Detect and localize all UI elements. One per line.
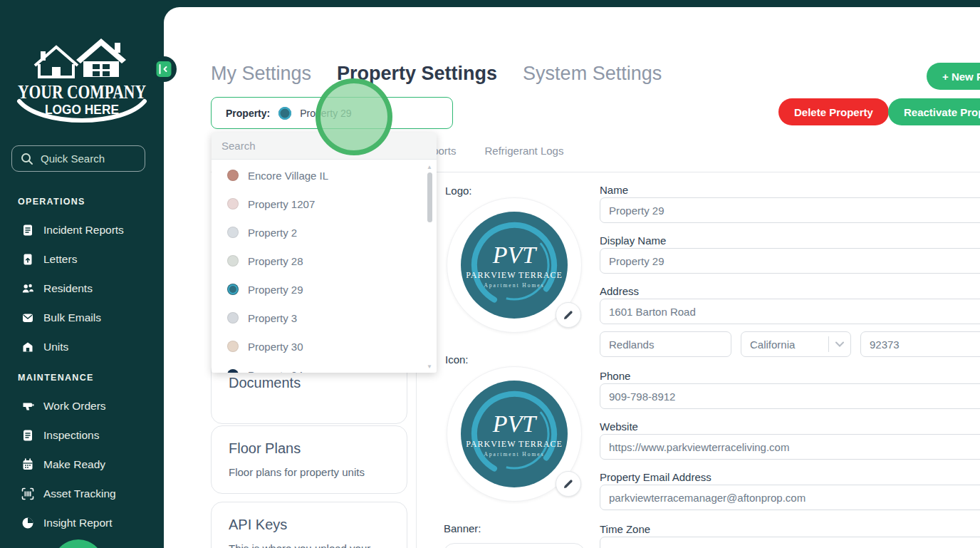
zip-field[interactable] — [860, 331, 980, 357]
dropdown-item-label: Property 28 — [248, 255, 303, 267]
api-keys-card[interactable]: API Keys This is where you upload your — [211, 502, 407, 548]
property-thumb-icon — [227, 227, 239, 238]
sidebar: YOUR COMPANY LOGO HERE OPERATIONS Incide… — [0, 0, 164, 548]
address-field[interactable] — [600, 299, 980, 324]
dropdown-item-property-28[interactable]: Property 28 — [212, 247, 437, 275]
property-email-label: Property Email Address — [600, 471, 711, 483]
dropdown-item-property-34[interactable]: Property 34 — [212, 361, 437, 373]
scrollbar-thumb[interactable] — [427, 172, 432, 222]
search-icon — [21, 152, 33, 165]
selected-property-icon — [278, 107, 291, 120]
tab-property-settings[interactable]: Property Settings — [337, 63, 497, 85]
brand-tagline: Apartment Homes — [484, 282, 544, 289]
dropdown-item-label: Property 34 — [248, 369, 303, 373]
chart-icon — [21, 517, 34, 529]
icon-field-label: Icon: — [445, 353, 469, 366]
sidebar-item-inspections[interactable]: Inspections — [21, 428, 99, 443]
sidebar-item-make-ready[interactable]: Make Ready — [21, 457, 105, 472]
sidebar-item-units[interactable]: Units — [21, 339, 68, 355]
property-thumb-icon — [227, 255, 239, 267]
sidebar-item-incident-reports[interactable]: Incident Reports — [21, 222, 124, 238]
card-subtitle: This is where you upload your — [229, 542, 390, 548]
property-subtabs: Reports Refrigerant Logs — [419, 145, 563, 157]
edit-icon-button[interactable] — [556, 471, 581, 497]
dropdown-item-label: Encore Village IL — [248, 170, 328, 182]
dropdown-item-property-29[interactable]: Property 29 — [212, 275, 437, 304]
edit-logo-button[interactable] — [556, 302, 581, 328]
phone-field[interactable] — [600, 383, 980, 409]
residents-icon — [21, 282, 34, 295]
sidebar-item-label: Incident Reports — [43, 224, 124, 237]
dropdown-item-property-3[interactable]: Property 3 — [212, 304, 437, 332]
card-subtitle: Floor plans for property units — [229, 466, 390, 478]
tab-system-settings[interactable]: System Settings — [523, 63, 662, 85]
dropdown-item-label: Property 1207 — [248, 198, 315, 210]
name-field[interactable] — [600, 197, 980, 223]
property-selector-label: Property: — [226, 108, 270, 119]
sidebar-item-label: Residents — [43, 282, 93, 295]
new-property-button[interactable]: + New Property — [927, 63, 980, 90]
reactivate-property-button[interactable]: Reactivate Property — [888, 98, 980, 125]
settings-tabs: My Settings Property Settings System Set… — [211, 63, 662, 85]
dropdown-search[interactable] — [212, 133, 437, 160]
scroll-up-arrow[interactable]: ▲ — [427, 164, 432, 170]
timezone-select[interactable] — [600, 537, 980, 548]
sidebar-item-work-orders[interactable]: Work Orders — [21, 398, 106, 414]
sidebar-item-label: Inspections — [43, 429, 99, 442]
quick-search[interactable] — [11, 145, 145, 172]
phone-label: Phone — [600, 370, 630, 382]
dropdown-list: Encore Village IL Property 1207 Property… — [212, 161, 437, 373]
quick-search-input[interactable] — [41, 152, 126, 165]
dropdown-item-encore-village-il[interactable]: Encore Village IL — [212, 161, 437, 190]
sidebar-item-label: Asset Tracking — [43, 487, 116, 500]
brand-abbr: PVT — [492, 242, 538, 268]
brand-name: PARKVIEW TERRACE — [466, 270, 562, 280]
dropdown-item-property-1207[interactable]: Property 1207 — [212, 190, 437, 218]
logo-text-line2: LOGO HERE — [45, 102, 119, 117]
card-title: API Keys — [229, 517, 390, 533]
dropdown-item-label: Property 3 — [248, 312, 297, 324]
pencil-icon — [563, 478, 574, 490]
brand-tagline: Apartment Homes — [484, 451, 544, 457]
website-field[interactable] — [600, 434, 980, 460]
sidebar-item-insight-report[interactable]: Insight Report — [21, 515, 113, 531]
barcode-icon — [21, 487, 34, 500]
city-field[interactable] — [600, 331, 731, 357]
dropdown-item-property-2[interactable]: Property 2 — [212, 218, 437, 247]
sidebar-item-label: Work Orders — [43, 400, 106, 413]
delete-property-button[interactable]: Delete Property — [778, 98, 889, 125]
calendar-icon — [21, 458, 34, 471]
dropdown-item-label: Property 30 — [248, 341, 303, 353]
sidebar-item-bulk-emails[interactable]: Bulk Emails — [21, 310, 101, 326]
banner-field-label: Banner: — [444, 522, 481, 534]
subtab-refrigerant-logs[interactable]: Refrigerant Logs — [485, 145, 564, 157]
home-icon — [21, 341, 34, 353]
logo-field-label: Logo: — [445, 185, 472, 197]
dropdown-item-label: Property 2 — [248, 227, 297, 239]
card-title: Documents — [229, 375, 390, 391]
dropdown-search-input[interactable] — [221, 140, 427, 152]
email-icon — [21, 311, 34, 324]
name-label: Name — [600, 184, 628, 196]
sidebar-collapse-button[interactable] — [151, 56, 177, 82]
banner-upload-area[interactable] — [443, 543, 585, 548]
drill-icon — [21, 400, 34, 413]
dropdown-item-property-30[interactable]: Property 30 — [212, 332, 437, 361]
address-label: Address — [600, 285, 639, 297]
floor-plans-card[interactable]: Floor Plans Floor plans for property uni… — [211, 425, 407, 494]
scroll-down-arrow[interactable]: ▼ — [427, 363, 432, 370]
property-email-field[interactable] — [600, 485, 980, 510]
state-select[interactable]: California — [741, 331, 851, 357]
company-logo: YOUR COMPANY LOGO HERE — [11, 36, 153, 132]
sidebar-item-asset-tracking[interactable]: Asset Tracking — [21, 486, 116, 502]
state-select-value: California — [741, 338, 828, 351]
brand-name: PARKVIEW TERRACE — [466, 439, 562, 449]
nav-section-operations: OPERATIONS — [18, 197, 85, 207]
display-name-field[interactable] — [600, 248, 980, 274]
tab-my-settings[interactable]: My Settings — [211, 63, 311, 85]
sidebar-item-letters[interactable]: Letters — [21, 252, 77, 267]
sidebar-item-residents[interactable]: Residents — [21, 281, 93, 296]
sidebar-item-label: Make Ready — [43, 458, 105, 471]
property-selector[interactable]: Property: Property 29 — [211, 97, 453, 129]
property-thumb-icon — [227, 170, 239, 181]
